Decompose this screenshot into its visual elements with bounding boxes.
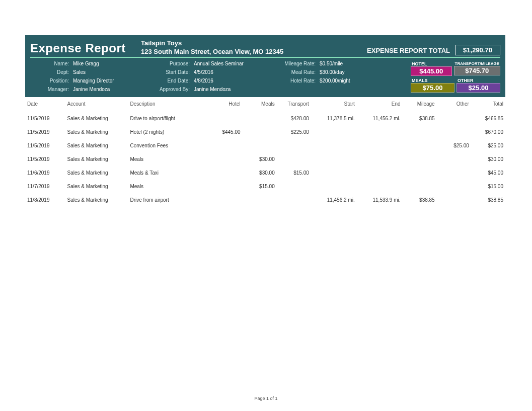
col-meals: Meals: [243, 98, 277, 112]
start-date-label: Start Date:: [133, 69, 194, 75]
cell-end: 11,533.9 mi.: [357, 193, 403, 207]
table-header-row: Date Account Description Hotel Meals Tra…: [25, 98, 505, 112]
table-row: 11/5/2019Sales & MarketingDrive to airpo…: [25, 112, 505, 125]
expense-table: Date Account Description Hotel Meals Tra…: [25, 98, 505, 207]
cell-total: $15.00: [471, 180, 505, 193]
cell-other: $25.00: [437, 139, 471, 152]
transport-summary-value: $745.70: [454, 66, 500, 75]
cell-meals: [243, 139, 277, 152]
cell-description: Meals: [128, 152, 208, 166]
cell-end: [357, 180, 403, 193]
cell-end: [357, 166, 403, 180]
company-block: Tailspin Toys 123 South Main Street, Oce…: [141, 39, 283, 55]
cell-hotel: [208, 166, 242, 180]
table-row: 11/8/2019Sales & MarketingDrive from air…: [25, 193, 505, 207]
end-date-value: 4/8/2016: [194, 78, 274, 84]
cell-date: 11/7/2019: [25, 180, 65, 193]
grand-total-label: EXPENSE REPORT TOTAL: [367, 47, 450, 54]
cell-transport: [277, 139, 311, 152]
table-row: 11/5/2019Sales & MarketingMeals$30.00$30…: [25, 152, 505, 166]
cell-total: $38.85: [471, 193, 505, 207]
table-row: 11/5/2019Sales & MarketingHotel (2 night…: [25, 125, 505, 139]
cell-total: $466.85: [471, 112, 505, 125]
col-total: Total: [471, 98, 505, 112]
grand-total-value: $1,290.70: [455, 45, 500, 55]
purpose-label: Purpose:: [133, 61, 194, 66]
col-transport: Transport: [277, 98, 311, 112]
cell-hotel: [208, 193, 242, 207]
cell-account: Sales & Marketing: [65, 166, 128, 180]
cell-other: [437, 166, 471, 180]
name-label: Name:: [30, 61, 73, 66]
cell-other: [437, 180, 471, 193]
cell-total: $670.00: [471, 125, 505, 139]
cell-total: $45.00: [471, 166, 505, 180]
cell-meals: [243, 112, 277, 125]
cell-meals: $30.00: [243, 152, 277, 166]
cell-hotel: [208, 112, 242, 125]
meal-rate-value: $30.00/day: [320, 69, 365, 75]
cell-end: [357, 139, 403, 152]
cell-mileage: [403, 152, 437, 166]
cell-meals: $30.00: [243, 166, 277, 180]
end-date-label: End Date:: [133, 78, 194, 84]
col-mileage: Mileage: [403, 98, 437, 112]
other-summary-label: OTHER: [457, 78, 500, 83]
cell-description: Drive to airport/flight: [128, 112, 208, 125]
meal-rate-label: Meal Rate:: [274, 69, 320, 75]
meals-summary-label: MEALS: [411, 78, 454, 83]
cell-hotel: [208, 180, 242, 193]
approved-by-value: Janine Mendoza: [194, 87, 274, 92]
col-start: Start: [311, 98, 357, 112]
position-value: Managing Director: [73, 78, 133, 84]
cell-other: [437, 152, 471, 166]
purpose-value: Annual Sales Seminar: [194, 61, 274, 66]
cell-end: [357, 125, 403, 139]
cell-hotel: $445.00: [208, 125, 242, 139]
company-address: 123 South Main Street, Ocean View, MO 12…: [141, 48, 283, 55]
cell-account: Sales & Marketing: [65, 180, 128, 193]
cell-end: 11,456.2 mi.: [357, 112, 403, 125]
meals-summary-value: $75.00: [411, 83, 454, 93]
hotel-rate-value: $200.00/night: [320, 78, 365, 84]
dept-label: Dept:: [30, 69, 73, 75]
mileage-rate-label: Mileage Rate:: [274, 61, 320, 66]
cell-date: 11/6/2019: [25, 166, 65, 180]
approved-by-label: Approved By:: [133, 87, 194, 92]
cell-hotel: [208, 152, 242, 166]
cell-description: Hotel (2 nights): [128, 125, 208, 139]
hotel-summary-value: $445.00: [411, 66, 452, 76]
cell-date: 11/5/2019: [25, 112, 65, 125]
cell-other: [437, 112, 471, 125]
cell-start: [311, 152, 357, 166]
cell-start: [311, 166, 357, 180]
cell-account: Sales & Marketing: [65, 112, 128, 125]
cell-mileage: $38.85: [403, 193, 437, 207]
cell-meals: [243, 125, 277, 139]
position-label: Position:: [30, 78, 73, 84]
col-end: End: [357, 98, 403, 112]
table-row: 11/5/2019Sales & MarketingConvention Fee…: [25, 139, 505, 152]
manager-label: Manager:: [30, 87, 73, 92]
page-footer: Page 1 of 1: [0, 396, 532, 401]
cell-date: 11/5/2019: [25, 152, 65, 166]
cell-transport: $428.00: [277, 112, 311, 125]
cell-description: Convention Fees: [128, 139, 208, 152]
cell-date: 11/5/2019: [25, 139, 65, 152]
name-value: Mike Gragg: [73, 61, 133, 66]
expense-report-sheet: Expense Report Tailspin Toys 123 South M…: [25, 35, 505, 207]
table-row: 11/7/2019Sales & MarketingMeals$15.00$15…: [25, 180, 505, 193]
col-other: Other: [437, 98, 471, 112]
transport-summary-label: TRANSPORT/MILEAGE: [454, 61, 500, 66]
report-header: Expense Report Tailspin Toys 123 South M…: [25, 35, 505, 97]
col-description: Description: [128, 98, 208, 112]
dept-value: Sales: [73, 69, 133, 75]
other-summary-value: $25.00: [457, 83, 500, 93]
manager-value: Janine Mendoza: [73, 87, 133, 92]
cell-start: [311, 139, 357, 152]
col-hotel: Hotel: [208, 98, 242, 112]
cell-start: 11,456.2 mi.: [311, 193, 357, 207]
cell-account: Sales & Marketing: [65, 193, 128, 207]
cell-meals: [243, 193, 277, 207]
cell-transport: [277, 193, 311, 207]
